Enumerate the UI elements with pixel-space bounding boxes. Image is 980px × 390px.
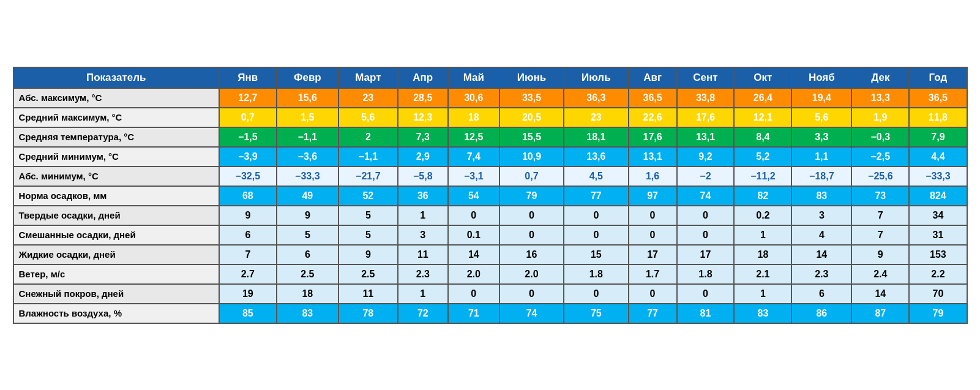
row-label-6: Твердые осадки, дней xyxy=(13,206,219,225)
cell-10-2: 11 xyxy=(339,284,398,304)
cell-1-5: 20,5 xyxy=(499,108,564,127)
cell-1-0: 0,7 xyxy=(219,108,277,127)
cell-1-7: 22,6 xyxy=(629,108,677,127)
cell-10-6: 0 xyxy=(564,284,628,304)
col-header-июль: Июль xyxy=(564,67,628,88)
cell-11-3: 72 xyxy=(398,304,448,323)
cell-11-12: 79 xyxy=(909,304,967,323)
cell-3-2: −1,1 xyxy=(339,147,398,167)
cell-5-9: 82 xyxy=(734,186,791,206)
cell-3-0: −3,9 xyxy=(219,147,277,167)
col-header-июнь: Июнь xyxy=(499,67,564,88)
cell-0-6: 36,3 xyxy=(564,88,628,108)
cell-3-3: 2,9 xyxy=(398,147,448,167)
cell-0-9: 26,4 xyxy=(734,88,791,108)
cell-6-8: 0 xyxy=(677,206,735,225)
cell-7-11: 7 xyxy=(851,225,909,245)
cell-10-10: 6 xyxy=(791,284,851,304)
cell-9-10: 2.3 xyxy=(791,264,851,284)
cell-4-12: −33,3 xyxy=(909,167,967,186)
cell-7-5: 0 xyxy=(499,225,564,245)
cell-9-1: 2.5 xyxy=(277,264,339,284)
cell-1-9: 12,1 xyxy=(734,108,791,127)
cell-9-0: 2.7 xyxy=(219,264,277,284)
cell-11-4: 71 xyxy=(448,304,499,323)
cell-5-0: 68 xyxy=(219,186,277,206)
cell-7-8: 0 xyxy=(677,225,735,245)
col-header-апр: Апр xyxy=(398,67,448,88)
col-header-март: Март xyxy=(339,67,398,88)
cell-4-1: −33,3 xyxy=(277,167,339,186)
table-row: Средний максимум, °C0,71,55,612,31820,52… xyxy=(13,108,967,127)
cell-6-2: 5 xyxy=(339,206,398,225)
cell-10-8: 0 xyxy=(677,284,735,304)
cell-10-1: 18 xyxy=(277,284,339,304)
cell-11-11: 87 xyxy=(851,304,909,323)
cell-5-10: 83 xyxy=(791,186,851,206)
cell-7-6: 0 xyxy=(564,225,628,245)
table-row: Абс. минимум, °C−32,5−33,3−21,7−5,8−3,10… xyxy=(13,167,967,186)
cell-7-0: 6 xyxy=(219,225,277,245)
table-row: Норма осадков, мм68495236547977977482837… xyxy=(13,186,967,206)
cell-10-5: 0 xyxy=(499,284,564,304)
row-label-4: Абс. минимум, °C xyxy=(13,167,219,186)
cell-10-4: 0 xyxy=(448,284,499,304)
cell-4-10: −18,7 xyxy=(791,167,851,186)
cell-1-10: 5,6 xyxy=(791,108,851,127)
row-label-2: Средняя температура, °C xyxy=(13,127,219,147)
cell-2-3: 7,3 xyxy=(398,127,448,147)
table-row: Смешанные осадки, дней65530.1000014731 xyxy=(13,225,967,245)
cell-3-12: 4,4 xyxy=(909,147,967,167)
cell-10-11: 14 xyxy=(851,284,909,304)
cell-7-10: 4 xyxy=(791,225,851,245)
table-row: Влажность воздуха, %85837872717475778183… xyxy=(13,304,967,323)
row-label-10: Снежный покров, дней xyxy=(13,284,219,304)
row-label-3: Средний минимум, °C xyxy=(13,147,219,167)
cell-6-10: 3 xyxy=(791,206,851,225)
climate-table-wrapper: ПоказательЯнвФеврМартАпрМайИюньИюльАвгСе… xyxy=(13,67,968,324)
cell-8-10: 14 xyxy=(791,245,851,264)
cell-11-5: 74 xyxy=(499,304,564,323)
cell-5-5: 79 xyxy=(499,186,564,206)
cell-7-1: 5 xyxy=(277,225,339,245)
row-label-9: Ветер, м/с xyxy=(13,264,219,284)
cell-7-4: 0.1 xyxy=(448,225,499,245)
cell-11-8: 81 xyxy=(677,304,735,323)
cell-5-12: 824 xyxy=(909,186,967,206)
table-row: Твердые осадки, дней9951000000.23734 xyxy=(13,206,967,225)
cell-9-7: 1.7 xyxy=(629,264,677,284)
cell-5-7: 97 xyxy=(629,186,677,206)
cell-5-11: 73 xyxy=(851,186,909,206)
cell-9-5: 2.0 xyxy=(499,264,564,284)
cell-4-6: 4,5 xyxy=(564,167,628,186)
cell-0-0: 12,7 xyxy=(219,88,277,108)
cell-8-2: 9 xyxy=(339,245,398,264)
cell-4-11: −25,6 xyxy=(851,167,909,186)
cell-8-12: 153 xyxy=(909,245,967,264)
cell-2-7: 17,6 xyxy=(629,127,677,147)
cell-6-5: 0 xyxy=(499,206,564,225)
cell-6-11: 7 xyxy=(851,206,909,225)
cell-3-8: 9,2 xyxy=(677,147,735,167)
row-label-0: Абс. максимум, °C xyxy=(13,88,219,108)
cell-2-0: −1,5 xyxy=(219,127,277,147)
col-header-окт: Окт xyxy=(734,67,791,88)
cell-6-6: 0 xyxy=(564,206,628,225)
table-body: Абс. максимум, °C12,715,62328,530,633,53… xyxy=(13,88,967,323)
cell-0-2: 23 xyxy=(339,88,398,108)
cell-8-7: 17 xyxy=(629,245,677,264)
cell-4-8: −2 xyxy=(677,167,735,186)
cell-1-11: 1,9 xyxy=(851,108,909,127)
cell-5-4: 54 xyxy=(448,186,499,206)
col-header-май: Май xyxy=(448,67,499,88)
cell-1-3: 12,3 xyxy=(398,108,448,127)
col-header-дек: Дек xyxy=(851,67,909,88)
cell-1-2: 5,6 xyxy=(339,108,398,127)
cell-3-1: −3,6 xyxy=(277,147,339,167)
cell-4-9: −11,2 xyxy=(734,167,791,186)
cell-8-0: 7 xyxy=(219,245,277,264)
cell-4-0: −32,5 xyxy=(219,167,277,186)
cell-2-5: 15,5 xyxy=(499,127,564,147)
cell-5-6: 77 xyxy=(564,186,628,206)
cell-10-3: 1 xyxy=(398,284,448,304)
